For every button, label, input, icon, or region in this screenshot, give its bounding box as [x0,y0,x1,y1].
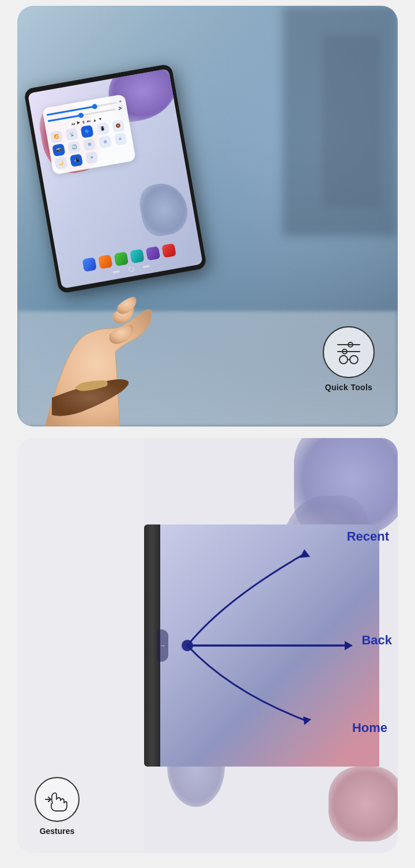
svg-point-5 [350,356,358,364]
close-grid-btn[interactable]: ✕ [114,133,127,146]
bluetooth-toggle[interactable]: 🔷 [81,125,94,138]
screenshot-toggle[interactable]: 📸 [52,144,65,157]
play-button[interactable]: ▶ [77,120,80,125]
quick-tools-label: Quick Tools [325,383,372,392]
gestures-left-panel: Gestures [17,438,144,853]
gestures-badge: Gestures [35,777,80,836]
recent-label: Recent [347,529,389,544]
quick-tools-icon-circle [323,326,375,378]
volume-icon: 🔊 [118,105,123,111]
wifi-toggle[interactable]: 📶 [50,130,63,144]
next-button[interactable]: ⏭ [86,118,91,123]
hand-svg [17,156,213,427]
volume-thumb[interactable] [78,112,84,118]
up-button[interactable]: ▲ [92,118,97,122]
brightness-thumb[interactable] [92,103,97,109]
svg-point-4 [339,356,348,364]
gestures-card: Gestures → [17,438,398,853]
quick-tools-badge: Quick Tools [323,326,375,392]
rotate-toggle[interactable]: 🔄 [67,141,81,154]
pause-button[interactable]: ⏸ [81,119,85,124]
grid-toggle[interactable]: ⊞ [83,138,96,151]
back-label: Back [361,633,392,648]
gestures-label: Gestures [40,827,75,836]
hand-tablet-container: ☀ 🔊 ⏮ ▶ [17,52,248,427]
gestures-right-panel: → Recent Back [144,438,398,853]
down-button[interactable]: ▼ [98,116,103,121]
dnd-toggle[interactable]: 🔕 [111,119,124,133]
page-wrapper: ☀ 🔊 ⏮ ▶ [0,0,415,868]
gestures-icon-svg [43,786,71,813]
settings-toggle[interactable]: ⚙ [99,135,112,149]
quick-tools-card: ☀ 🔊 ⏮ ▶ [17,6,398,427]
vibrate-toggle[interactable]: 📳 [96,122,110,135]
cast-toggle[interactable]: 📡 [65,127,78,141]
home-label: Home [352,720,387,735]
gestures-icon-circle [35,777,80,822]
sun-icon: ☀ [118,99,122,104]
gesture-label-area: Recent Back Home [144,438,398,853]
quick-tools-icon-svg [333,337,364,368]
prev-button[interactable]: ⏮ [71,121,76,126]
